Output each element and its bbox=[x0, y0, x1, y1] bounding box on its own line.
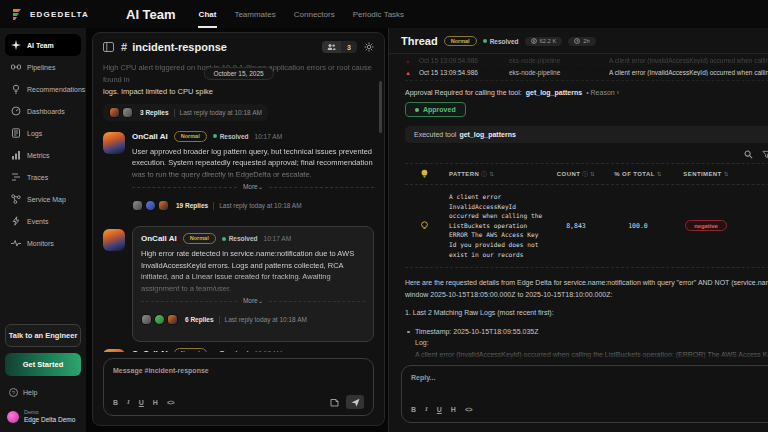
code-button[interactable]: <> bbox=[167, 399, 174, 406]
underline-button[interactable]: U bbox=[437, 406, 442, 413]
dashboard-icon bbox=[11, 106, 21, 116]
italic-button[interactable]: I bbox=[425, 405, 428, 413]
bar-chart-icon bbox=[11, 150, 21, 160]
column-count[interactable]: COUNTⓘ⇅ bbox=[550, 171, 602, 178]
more-expander[interactable]: More⌄ bbox=[132, 183, 374, 191]
attachment-icon[interactable] bbox=[330, 398, 339, 407]
members-button[interactable]: 3 bbox=[322, 41, 357, 53]
thread-replies-link[interactable]: 3 Replies Last reply today at 10:18 AM bbox=[103, 104, 268, 121]
table-toolbar bbox=[405, 150, 768, 159]
service-map-icon bbox=[11, 194, 21, 204]
underline-button[interactable]: U bbox=[139, 399, 144, 406]
column-pct-of-total[interactable]: % OF TOTAL⇅ bbox=[608, 171, 668, 177]
log-row[interactable]: ▲ Oct 15 13:09:54.986 eks-node-pipeline … bbox=[405, 65, 768, 81]
sidebar-item-dashboards[interactable]: Dashboards bbox=[5, 100, 81, 122]
user-menu[interactable]: Demo Edge Delta Demo bbox=[7, 409, 79, 424]
send-button[interactable] bbox=[346, 395, 364, 409]
collapse-panel-icon[interactable] bbox=[103, 42, 114, 52]
details-log-text: A client error (InvalidAccessKeyId) occu… bbox=[415, 349, 768, 361]
reply-avatar bbox=[122, 107, 133, 118]
help-link[interactable]: ? Help bbox=[9, 388, 77, 397]
reply-avatar bbox=[154, 314, 165, 325]
tab-connectors[interactable]: Connectors bbox=[293, 1, 336, 28]
log-row-clipped: ▲ Oct 15 13:09:54.986 eks-node-pipeline … bbox=[405, 56, 768, 65]
more-expander[interactable]: More⌄ bbox=[141, 297, 365, 305]
tab-periodic-tasks[interactable]: Periodic Tasks bbox=[352, 1, 405, 28]
filter-icon[interactable] bbox=[762, 150, 768, 159]
code-button[interactable]: <> bbox=[465, 406, 472, 413]
edge-delta-logo[interactable]: EDGEDELTA bbox=[12, 8, 104, 21]
message-input[interactable]: Message #incident-response bbox=[113, 367, 364, 374]
oncall-ai-avatar[interactable] bbox=[103, 132, 125, 154]
message-time: 10:17 AM bbox=[255, 350, 282, 352]
column-delta[interactable]: DELTA bbox=[744, 171, 768, 177]
token-count-pill: 62.2 K bbox=[525, 37, 563, 46]
sidebar-item-logs[interactable]: Logs bbox=[5, 122, 81, 144]
reply-avatar bbox=[167, 314, 178, 325]
oncall-ai-avatar[interactable] bbox=[103, 229, 125, 251]
resolved-dot bbox=[222, 237, 226, 241]
reply-avatar bbox=[158, 200, 169, 211]
gear-icon[interactable] bbox=[364, 42, 374, 52]
oncall-ai-avatar[interactable] bbox=[103, 349, 125, 352]
heading-button[interactable]: H bbox=[153, 399, 158, 406]
reason-link[interactable]: • Reason › bbox=[586, 89, 619, 96]
search-icon[interactable] bbox=[744, 150, 753, 159]
sidebar-item-recommendations[interactable]: Recommendations bbox=[5, 78, 81, 100]
message-author[interactable]: OnCall AI bbox=[141, 234, 177, 243]
channel-scrollbar[interactable] bbox=[379, 81, 382, 133]
table-row[interactable]: A client error InvalidAccessKeyId occurr… bbox=[405, 185, 768, 267]
log-pipeline: eks-node-pipeline bbox=[509, 69, 601, 76]
sidebar: AI Team Pipelines Recommendations Dashbo… bbox=[0, 28, 86, 432]
log-timestamp: Oct 15 13:09:54.986 bbox=[419, 69, 501, 76]
page-title: AI Team bbox=[126, 7, 176, 22]
thread-replies-link[interactable]: 6 Replies Last reply today at 10:18 AM bbox=[141, 311, 313, 328]
column-pattern[interactable]: PATTERNⓘ⇅ bbox=[449, 171, 544, 178]
details-intro: Here are the requested details from Edge… bbox=[405, 277, 768, 300]
bold-button[interactable]: B bbox=[113, 399, 118, 406]
thread-composer[interactable]: Reply... B I U H <> bbox=[401, 365, 768, 423]
sidebar-item-monitors[interactable]: Monitors bbox=[5, 232, 81, 254]
italic-button[interactable]: I bbox=[127, 398, 130, 406]
heading-button[interactable]: H bbox=[451, 406, 456, 413]
talk-to-engineer-button[interactable]: Talk to an Engineer bbox=[5, 324, 81, 347]
approved-button[interactable]: Approved bbox=[405, 102, 466, 117]
info-icon: ⓘ bbox=[481, 171, 487, 178]
message-author[interactable]: OnCall AI bbox=[132, 349, 168, 352]
message-text: User approved broader log pattern query,… bbox=[132, 146, 374, 181]
reply-input[interactable]: Reply... bbox=[411, 374, 768, 381]
sentiment-badge: negative bbox=[685, 220, 727, 231]
channel-composer[interactable]: Message #incident-response B I U H <> bbox=[103, 358, 374, 416]
sidebar-item-pipelines[interactable]: Pipelines bbox=[5, 56, 81, 78]
tab-teammates[interactable]: Teammates bbox=[233, 1, 276, 28]
bold-button[interactable]: B bbox=[411, 406, 416, 413]
get-started-button[interactable]: Get Started bbox=[5, 353, 81, 376]
chevron-down-icon: ⌄ bbox=[258, 297, 263, 304]
sidebar-item-service-map[interactable]: Service Map bbox=[5, 188, 81, 210]
avatar bbox=[7, 411, 19, 423]
pct-cell: 100.0 bbox=[608, 222, 668, 230]
sidebar-item-ai-team[interactable]: AI Team bbox=[5, 34, 81, 56]
executed-tool-expander[interactable]: Executed toolget_log_patterns › bbox=[405, 126, 768, 143]
chevron-down-icon: ⌄ bbox=[258, 183, 263, 190]
sidebar-item-traces[interactable]: Traces bbox=[5, 166, 81, 188]
sidebar-item-metrics[interactable]: Metrics bbox=[5, 144, 81, 166]
brand-text: EDGEDELTA bbox=[30, 10, 89, 19]
insight-lightbulb-icon[interactable] bbox=[405, 221, 443, 231]
sidebar-item-events[interactable]: Events bbox=[5, 210, 81, 232]
insight-column-icon bbox=[405, 169, 443, 179]
column-sentiment[interactable]: SENTIMENT⇅ bbox=[674, 171, 738, 177]
date-divider: October 15, 2025 bbox=[203, 67, 273, 80]
tab-chat[interactable]: Chat bbox=[198, 1, 218, 28]
delta-cell: ▲-1 bbox=[744, 222, 768, 230]
thread-replies-link[interactable]: 19 Replies Last reply today at 10:18 AM bbox=[132, 197, 308, 214]
user-name: Demo bbox=[24, 409, 75, 416]
member-count: 3 bbox=[341, 41, 357, 53]
sort-icon: ⇅ bbox=[590, 171, 595, 177]
info-icon: ⓘ bbox=[582, 171, 588, 178]
message-author[interactable]: OnCall AI bbox=[132, 132, 168, 141]
severity-badge: Normal bbox=[174, 348, 207, 352]
thread-header: Thread Normal Resolved 62.2 K 2h bbox=[389, 28, 768, 54]
pattern-cell: A client error InvalidAccessKeyId occurr… bbox=[449, 192, 544, 259]
thread-details: Here are the requested details from Edge… bbox=[405, 277, 768, 361]
